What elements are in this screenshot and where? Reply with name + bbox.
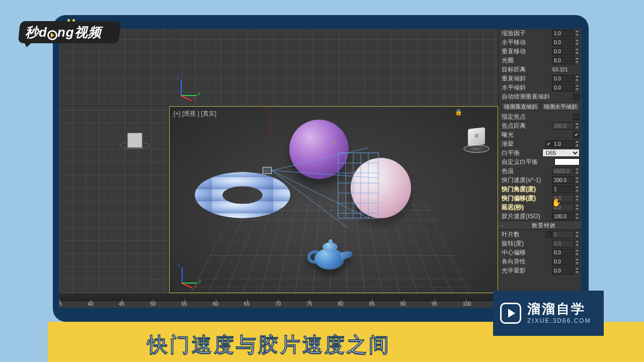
spinner-down-icon[interactable]: ▼ (575, 270, 580, 275)
spinner-down-icon[interactable]: ▼ (575, 42, 580, 46)
spinner-down-icon[interactable]: ▼ (575, 207, 580, 211)
checkbox[interactable] (573, 114, 580, 120)
object-torus[interactable] (195, 172, 290, 218)
spinner[interactable]: 0.0▲▼ (552, 38, 580, 46)
spinner-value[interactable]: 0.0 (552, 249, 574, 256)
object-teapot[interactable] (305, 239, 353, 276)
spinner-up-icon[interactable]: ▲ (575, 195, 580, 199)
spinner-buttons[interactable]: ▲▼ (575, 48, 580, 55)
spinner-value[interactable]: 0.0 (552, 267, 574, 275)
spinner[interactable]: 1.0▲▼ (552, 29, 580, 37)
spinner-up-icon[interactable]: ▲ (575, 48, 580, 52)
spinner-down-icon[interactable]: ▼ (575, 171, 580, 175)
spinner-value[interactable]: 6500.0 (552, 167, 574, 175)
spinner-value[interactable]: 200.0 (552, 122, 574, 130)
spinner-buttons[interactable]: ▲▼ (575, 176, 580, 184)
spinner[interactable]: 8.0▲▼ (552, 56, 580, 64)
spinner-up-icon[interactable]: ▲ (575, 240, 580, 244)
spinner-up-icon[interactable]: ▲ (575, 75, 580, 79)
spinner-value[interactable]: 5 (552, 231, 574, 238)
spinner-value[interactable]: 0.0 (552, 195, 574, 202)
guess-vertical-tilt-button[interactable]: 猜测垂直倾斜 (502, 103, 540, 111)
spinner-buttons[interactable]: ▲▼ (575, 267, 580, 275)
spinner-value[interactable]: 8.0 (552, 57, 574, 64)
spinner-up-icon[interactable]: ▲ (575, 30, 580, 34)
spinner-value[interactable]: 1 (552, 186, 574, 193)
spinner-down-icon[interactable]: ▼ (575, 60, 580, 64)
spinner-up-icon[interactable]: ▲ (575, 258, 580, 262)
spinner-down-icon[interactable]: ▼ (575, 234, 580, 238)
spinner-buttons[interactable]: ▲▼ (575, 240, 580, 247)
spinner-up-icon[interactable]: ▲ (575, 57, 580, 61)
spinner[interactable]: 0.0▲▼ (552, 47, 580, 55)
viewport-perspective[interactable]: y [+] [透视 ] [真实] 🔒 前 zyx (169, 106, 498, 293)
spinner-up-icon[interactable]: ▲ (575, 140, 580, 144)
spinner[interactable]: 6500.0▲▼ (552, 167, 580, 175)
spinner[interactable]: 0.0▲▼ (552, 248, 580, 256)
spinner-down-icon[interactable]: ▼ (575, 252, 580, 256)
spinner-buttons[interactable]: ▲▼ (575, 204, 580, 211)
spinner-buttons[interactable]: ▲▼ (575, 84, 580, 92)
spinner[interactable]: 0.0▲▼ (552, 266, 580, 275)
guess-horizontal-tilt-button[interactable]: 猜测水平倾斜 (541, 103, 580, 111)
spinner-up-icon[interactable]: ▲ (575, 267, 580, 271)
spinner[interactable]: 0.0▲▼ (552, 257, 580, 265)
viewport-top-right[interactable]: zyx (169, 29, 498, 106)
spinner-buttons[interactable]: ▲▼ (575, 122, 580, 130)
spinner-down-icon[interactable]: ▼ (575, 243, 580, 247)
spinner[interactable]: 200.0▲▼ (552, 176, 580, 184)
spinner-value[interactable]: 0.0 (552, 204, 574, 211)
spinner[interactable]: 0.0▲▼ (552, 239, 580, 247)
spinner-value[interactable]: 0.0 (552, 39, 574, 46)
spinner-up-icon[interactable]: ▲ (575, 167, 580, 171)
color-swatch[interactable] (554, 158, 580, 165)
spinner-buttons[interactable]: ▲▼ (575, 30, 580, 37)
spinner[interactable]: 1▲▼ (552, 185, 580, 193)
spinner[interactable]: 100.0▲▼ (552, 212, 580, 220)
object-sphere-purple[interactable] (289, 120, 349, 179)
spinner-value[interactable]: 0.0 (552, 258, 574, 265)
checkbox[interactable] (545, 141, 552, 147)
spinner-value[interactable]: 100.0 (552, 213, 574, 220)
spinner-value[interactable]: 1.0 (552, 30, 574, 37)
spinner[interactable]: 5▲▼ (552, 230, 580, 238)
collapse-icon[interactable]: - (499, 222, 506, 228)
section-header[interactable]: -散景特效 (499, 221, 582, 230)
spinner-down-icon[interactable]: ▼ (575, 126, 580, 130)
spinner-down-icon[interactable]: ▼ (575, 33, 580, 37)
spinner-up-icon[interactable]: ▲ (575, 231, 580, 235)
spinner-value[interactable]: 200.0 (552, 176, 574, 184)
spinner-buttons[interactable]: ▲▼ (575, 57, 580, 64)
spinner-down-icon[interactable]: ▼ (575, 144, 580, 148)
spinner[interactable]: 1.0▲▼ (552, 140, 580, 148)
spinner-down-icon[interactable]: ▼ (575, 78, 580, 82)
spinner-buttons[interactable]: ▲▼ (575, 195, 580, 202)
spinner-up-icon[interactable]: ▲ (575, 249, 580, 253)
spinner-value[interactable]: 0.0 (552, 48, 574, 55)
checkbox[interactable] (573, 132, 580, 138)
object-sphere-pink[interactable] (351, 158, 411, 218)
viewport-bottom-left[interactable] (59, 106, 169, 293)
spinner-down-icon[interactable]: ▼ (575, 198, 580, 202)
checkbox[interactable] (573, 94, 580, 100)
checkbox[interactable] (545, 231, 552, 238)
spinner-buttons[interactable]: ▲▼ (575, 167, 580, 175)
spinner-down-icon[interactable]: ▼ (575, 216, 580, 220)
spinner-up-icon[interactable]: ▲ (575, 176, 580, 180)
spinner-buttons[interactable]: ▲▼ (575, 140, 580, 148)
viewcube[interactable]: 前 (461, 124, 492, 154)
spinner-up-icon[interactable]: ▲ (575, 122, 580, 126)
spinner-value[interactable]: 0.0 (552, 84, 574, 92)
spinner-value[interactable]: 0.0 (552, 240, 574, 247)
spinner-up-icon[interactable]: ▲ (575, 84, 580, 88)
spinner[interactable]: 0.0▲▼ (552, 83, 580, 92)
spinner-down-icon[interactable]: ▼ (575, 180, 580, 184)
spinner-buttons[interactable]: ▲▼ (575, 258, 580, 265)
spinner-buttons[interactable]: ▲▼ (575, 213, 580, 220)
spinner-down-icon[interactable]: ▼ (575, 51, 580, 55)
spinner-buttons[interactable]: ▲▼ (575, 249, 580, 256)
viewport-label[interactable]: [+] [透视 ] [真实] (174, 110, 216, 118)
spinner-down-icon[interactable]: ▼ (575, 261, 580, 265)
spinner[interactable]: 0.0▲▼ (552, 194, 580, 202)
spinner-buttons[interactable]: ▲▼ (575, 75, 580, 82)
